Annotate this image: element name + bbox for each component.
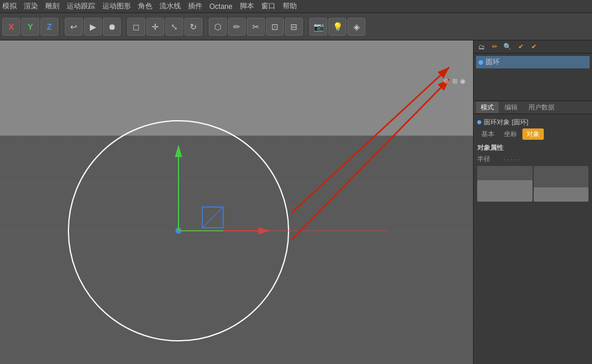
prop-radius-label: 半径 (477, 155, 501, 164)
svg-text:⊞: ⊞ (452, 77, 458, 84)
rp-check2-icon[interactable]: ✔ (528, 42, 539, 52)
object-info-label: 圆环对象 [圆环] (484, 118, 528, 127)
menu-scripts[interactable]: 脚本 (240, 1, 254, 11)
fill-button[interactable]: ⊟ (285, 18, 303, 36)
svg-marker-34 (175, 145, 182, 157)
toolbar-sep-1 (61, 18, 62, 35)
undo-button[interactable]: ↩ (65, 18, 83, 36)
svg-line-39 (202, 207, 223, 228)
svg-point-31 (68, 121, 289, 341)
viewport[interactable]: ⊕ ⊞ ◉ (0, 40, 473, 364)
rp-check-icon[interactable]: ✔ (515, 42, 526, 52)
svg-line-42 (292, 67, 449, 213)
loop-button[interactable]: ⊡ (266, 18, 284, 36)
rp-search-icon[interactable]: 🔍 (502, 42, 513, 52)
light-button[interactable]: 💡 (328, 18, 346, 36)
move-button[interactable]: ✛ (146, 18, 164, 36)
prop-slider-2[interactable] (534, 166, 589, 202)
svg-text:◉: ◉ (460, 77, 466, 84)
rp-toolbar: 🗂 ✏ 🔍 ✔ ✔ (474, 40, 592, 54)
prop-radius-dots: · · · · · (503, 156, 588, 163)
toolbar-sep-3 (205, 18, 206, 35)
obj-info-dot (477, 120, 481, 124)
menu-help[interactable]: 帮助 (283, 1, 297, 11)
menu-sculpt[interactable]: 雕刻 (45, 1, 59, 11)
obj-dot-torus (478, 60, 483, 65)
scale-button[interactable]: ⤡ (165, 18, 183, 36)
play-button[interactable]: ▶ (84, 18, 102, 36)
prop-subtabs: 基本 坐标 对象 (477, 128, 588, 140)
svg-marker-36 (258, 227, 271, 234)
obj-hierarchy: 圆环 (474, 54, 592, 101)
menu-plugins[interactable]: 插件 (188, 1, 202, 11)
prop-mode-toolbar: 模式 编辑 用户数据 (474, 101, 592, 114)
toolbar-sep-4 (306, 18, 306, 35)
subtab-coords[interactable]: 坐标 (500, 128, 521, 140)
tab-mode[interactable]: 模式 (476, 102, 499, 113)
rp-file-icon[interactable]: 🗂 (476, 42, 487, 52)
svg-rect-1 (0, 136, 473, 364)
menu-character[interactable]: 角色 (138, 1, 152, 11)
toolbar-sep-2 (124, 18, 124, 35)
tab-edit[interactable]: 编辑 (500, 102, 522, 113)
rotate-button[interactable]: ↻ (184, 18, 202, 36)
select-button[interactable]: ◻ (127, 18, 145, 36)
right-panel: 🗂 ✏ 🔍 ✔ ✔ 圆环 模式 编辑 用户数据 (473, 40, 592, 364)
toolbar: X Y Z ↩ ▶ ⏺ ◻ ✛ ⤡ ↻ ⬡ ✏ ✂ ⊡ ⊟ 📷 💡 ◈ (0, 13, 592, 40)
obj-label-torus: 圆环 (485, 57, 500, 67)
material-button[interactable]: ◈ (347, 18, 365, 36)
svg-point-32 (176, 228, 181, 234)
main-area: ⊕ ⊞ ◉ 🗂 ✏ 🔍 ✔ ✔ 圆环 模式 编辑 (0, 40, 592, 364)
edit-button[interactable]: ✏ (228, 18, 246, 36)
properties-panel: 模式 编辑 用户数据 圆环对象 [圆环] 基本 坐标 对象 对象属性 (474, 101, 592, 364)
knife-button[interactable]: ✂ (247, 18, 265, 36)
svg-line-43 (292, 79, 449, 240)
svg-rect-0 (0, 40, 473, 136)
prop-content: 圆环对象 [圆环] 基本 坐标 对象 对象属性 半径 · · · · · (474, 114, 592, 205)
prop-slider-1[interactable] (477, 166, 533, 202)
subtab-basic[interactable]: 基本 (477, 128, 499, 140)
axis-y-button[interactable]: Y (21, 18, 39, 36)
menu-bar: 模拟 渲染 雕刻 运动跟踪 运动图形 角色 流水线 插件 Octane 脚本 窗… (0, 0, 592, 13)
menu-motion-tracking[interactable]: 运动跟踪 (67, 1, 95, 11)
menu-pipeline[interactable]: 流水线 (159, 1, 181, 11)
viewport-svg: ⊕ ⊞ ◉ (0, 40, 473, 364)
menu-octane[interactable]: Octane (209, 2, 233, 11)
menu-mograph[interactable]: 运动图形 (102, 1, 131, 11)
subtab-object[interactable]: 对象 (522, 128, 544, 140)
object-info-row: 圆环对象 [圆环] (477, 118, 588, 127)
record-button[interactable]: ⏺ (103, 18, 121, 36)
menu-render[interactable]: 渲染 (24, 1, 38, 11)
prop-sliders (477, 166, 588, 202)
rp-edit-icon[interactable]: ✏ (489, 42, 500, 52)
prop-radius-row: 半径 · · · · · (477, 155, 588, 164)
camera-button[interactable]: 📷 (309, 18, 327, 36)
obj-item-torus[interactable]: 圆环 (476, 56, 590, 68)
menu-simulate[interactable]: 模拟 (2, 1, 17, 11)
poly-button[interactable]: ⬡ (209, 18, 227, 36)
svg-text:⊕: ⊕ (443, 77, 449, 84)
svg-rect-38 (202, 207, 223, 228)
axis-z-button[interactable]: Z (40, 18, 58, 36)
axis-x-button[interactable]: X (2, 18, 20, 36)
tab-userdata[interactable]: 用户数据 (524, 102, 559, 113)
prop-section-title: 对象属性 (477, 143, 588, 152)
menu-window[interactable]: 窗口 (261, 1, 275, 11)
